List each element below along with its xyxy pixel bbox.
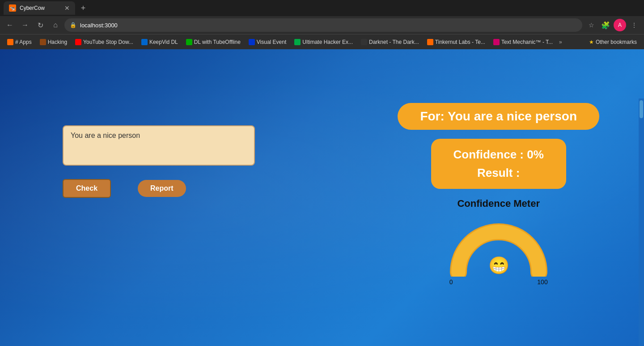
report-button[interactable]: Report (138, 180, 186, 197)
check-button[interactable]: Check (63, 179, 111, 198)
bookmark-tinker-label: Tinkernut Labs - Te... (435, 39, 485, 45)
bookmark-visual-label: Visual Event (257, 39, 287, 45)
meter-labels: 0 100 (449, 278, 548, 286)
bookmark-star-button[interactable]: ☆ (585, 19, 597, 31)
forward-button[interactable]: → (19, 19, 31, 31)
bookmark-text[interactable]: Text Mechanic™ - T... (490, 38, 556, 46)
text-favicon (493, 39, 500, 45)
more-options-button[interactable]: ⋮ (628, 19, 640, 31)
tab-title: CyberCow (20, 5, 61, 11)
bookmark-text-label: Text Mechanic™ - T... (501, 39, 553, 45)
bookmark-hacking-label: Hacking (48, 39, 67, 45)
more-bookmarks-chevron: » (559, 39, 562, 45)
reload-button[interactable]: ↻ (34, 19, 47, 31)
meter-svg-wrapper: 😁 (449, 218, 548, 277)
confidence-text: Confidence : 0% (453, 148, 544, 162)
bookmark-keepvid-label: KeepVid DL (149, 39, 178, 45)
apps-favicon (7, 39, 13, 45)
bookmark-ultimate-label: Ultimate Hacker Ex... (302, 39, 353, 45)
url-input[interactable] (80, 22, 577, 29)
profile-button[interactable]: A (614, 19, 626, 31)
meter-emoji: 😁 (488, 255, 509, 276)
bookmark-hacking[interactable]: Hacking (36, 38, 71, 46)
dl-favicon (186, 39, 192, 45)
lock-icon: 🔒 (70, 22, 76, 28)
bookmark-keepvid[interactable]: KeepVid DL (138, 38, 182, 46)
darknet-favicon (361, 39, 367, 45)
bookmark-apps[interactable]: # Apps (4, 38, 35, 46)
confidence-meter: 😁 0 100 (449, 218, 548, 286)
home-button[interactable]: ⌂ (49, 19, 62, 31)
text-input[interactable] (63, 125, 255, 166)
for-label: For: You are a nice person (398, 103, 599, 130)
bookmark-apps-label: # Apps (15, 39, 32, 45)
extensions-button[interactable]: 🧩 (599, 19, 612, 31)
other-bookmarks[interactable]: ★ Other bookmarks (585, 38, 640, 46)
meter-max-label: 100 (537, 278, 547, 286)
scrollbar-thumb[interactable] (640, 100, 643, 118)
back-button[interactable]: ← (4, 19, 16, 31)
right-panel: For: You are a nice person Confidence : … (398, 103, 599, 286)
tab-close-button[interactable]: ✕ (64, 4, 70, 12)
ultimate-favicon (294, 39, 301, 45)
result-text: Result : (453, 166, 544, 180)
active-tab[interactable]: 🐄 CyberCow ✕ (4, 1, 75, 15)
tab-favicon: 🐄 (9, 4, 16, 12)
other-bookmarks-label: Other bookmarks (596, 39, 637, 45)
bookmarks-bar: # Apps Hacking YouTube Stop Dow... KeepV… (0, 34, 644, 49)
bookmark-dl-label: DL with TubeOffline (194, 39, 241, 45)
hacking-favicon (40, 39, 46, 45)
keepvid-favicon (141, 39, 148, 45)
confidence-meter-title: Confidence Meter (457, 198, 540, 209)
bookmark-ultimate[interactable]: Ultimate Hacker Ex... (291, 38, 356, 46)
bookmark-visual[interactable]: Visual Event (245, 38, 290, 46)
buttons-row: Check Report (63, 179, 186, 198)
meter-svg: 😁 (449, 218, 548, 277)
nav-actions: ☆ 🧩 A ⋮ (585, 19, 640, 31)
tab-bar: 🐄 CyberCow ✕ + (0, 0, 644, 16)
visual-favicon (249, 39, 255, 45)
new-tab-button[interactable]: + (77, 2, 89, 14)
page-content: Check Report For: You are a nice person … (0, 49, 644, 346)
bookmark-darknet[interactable]: Darknet - The Dark... (357, 38, 423, 46)
browser-chrome: 🐄 CyberCow ✕ + ← → ↻ ⌂ 🔒 ☆ 🧩 A ⋮ # Apps (0, 0, 644, 49)
bookmark-youtube-label: YouTube Stop Dow... (83, 39, 133, 45)
bookmark-dl[interactable]: DL with TubeOffline (182, 38, 244, 46)
youtube-favicon (75, 39, 81, 45)
confidence-result-box: Confidence : 0% Result : (431, 139, 566, 189)
scrollbar[interactable] (639, 98, 644, 346)
address-bar: 🔒 (64, 18, 582, 32)
bookmark-darknet-label: Darknet - The Dark... (369, 39, 419, 45)
nav-bar: ← → ↻ ⌂ 🔒 ☆ 🧩 A ⋮ (0, 16, 644, 34)
bookmark-youtube[interactable]: YouTube Stop Dow... (72, 38, 137, 46)
bookmark-tinker[interactable]: Tinkernut Labs - Te... (424, 38, 489, 46)
meter-min-label: 0 (449, 278, 453, 286)
tinker-favicon (427, 39, 433, 45)
left-panel: Check Report (63, 125, 255, 198)
